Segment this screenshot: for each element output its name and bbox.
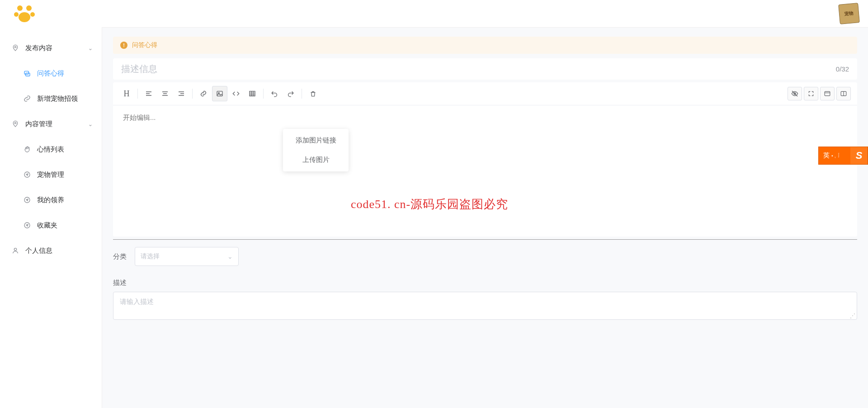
sidebar-item-label: 问答心得 bbox=[37, 69, 64, 78]
sidebar-item-label: 我的领养 bbox=[37, 196, 64, 204]
separator bbox=[192, 89, 193, 99]
sidebar-item-pets[interactable]: 宠物管理 bbox=[0, 162, 102, 187]
sidebar-item-new-pet[interactable]: 新增宠物招领 bbox=[0, 86, 102, 111]
editor-content[interactable]: 开始编辑... bbox=[113, 105, 857, 237]
dropdown-item-upload[interactable]: 上传图片 bbox=[283, 150, 349, 170]
sidebar-item-qa[interactable]: 问答心得 bbox=[0, 61, 102, 86]
sidebar-item-mood[interactable]: 心情列表 bbox=[0, 137, 102, 162]
svg-point-3 bbox=[30, 12, 35, 17]
chevron-up-icon: ⌃ bbox=[88, 45, 93, 51]
compass-icon bbox=[23, 222, 32, 229]
compass-icon bbox=[23, 196, 32, 204]
svg-point-1 bbox=[26, 5, 32, 11]
sidebar-item-label: 心情列表 bbox=[37, 145, 64, 154]
heading-button[interactable]: H bbox=[119, 86, 134, 101]
chevron-up-icon: ⌃ bbox=[88, 121, 93, 127]
code-button[interactable] bbox=[228, 86, 244, 101]
select-placeholder: 请选择 bbox=[141, 252, 160, 261]
svg-rect-17 bbox=[825, 91, 830, 95]
sidebar-item-fav[interactable]: 收藏夹 bbox=[0, 213, 102, 238]
align-center-button[interactable] bbox=[157, 86, 173, 101]
svg-rect-15 bbox=[250, 91, 255, 96]
undo-button[interactable] bbox=[267, 86, 282, 101]
separator bbox=[263, 89, 264, 99]
sidebar-group-publish[interactable]: 发布内容 ⌃ bbox=[0, 35, 102, 61]
image-button[interactable] bbox=[212, 86, 227, 101]
sidebar: 发布内容 ⌃ 问答心得 新增宠物招领 内容管理 ⌃ 心情列表 bbox=[0, 27, 102, 408]
chevron-down-icon: ⌄ bbox=[227, 253, 233, 260]
sidebar-item-profile[interactable]: 个人信息 bbox=[0, 238, 102, 263]
sidebar-item-adopt[interactable]: 我的领养 bbox=[0, 187, 102, 213]
sidebar-group-label: 发布内容 bbox=[25, 44, 52, 52]
read-mode-button[interactable] bbox=[820, 87, 835, 100]
alert-icon: ! bbox=[120, 42, 127, 49]
svg-point-10 bbox=[24, 197, 30, 203]
category-select[interactable]: 请选择 ⌄ bbox=[135, 247, 239, 266]
watermark-text: code51. cn-源码乐园盗图必究 bbox=[351, 196, 508, 212]
breadcrumb-label: 问答心得 bbox=[132, 41, 157, 49]
ime-floating-bar[interactable]: 英 • , ⸾ S bbox=[818, 147, 868, 165]
link-chain-icon bbox=[23, 95, 32, 102]
svg-point-8 bbox=[14, 122, 16, 123]
location-icon bbox=[11, 120, 20, 128]
image-dropdown: 添加图片链接 上传图片 bbox=[283, 129, 349, 171]
sidebar-group-label: 内容管理 bbox=[25, 120, 52, 128]
svg-point-12 bbox=[14, 248, 16, 251]
dropdown-item-link[interactable]: 添加图片链接 bbox=[283, 131, 349, 150]
align-left-button[interactable] bbox=[141, 86, 156, 101]
separator bbox=[137, 89, 138, 99]
editor-placeholder: 开始编辑... bbox=[123, 114, 156, 121]
sidebar-item-label: 收藏夹 bbox=[37, 221, 57, 230]
sidebar-group-manage[interactable]: 内容管理 ⌃ bbox=[0, 111, 102, 137]
separator bbox=[302, 89, 302, 99]
textarea-placeholder: 请输入描述 bbox=[120, 298, 154, 305]
svg-point-9 bbox=[24, 172, 30, 177]
svg-point-0 bbox=[17, 5, 23, 11]
hand-icon bbox=[23, 146, 32, 153]
trash-button[interactable] bbox=[305, 86, 321, 101]
svg-rect-13 bbox=[217, 91, 222, 96]
sidebar-item-label: 新增宠物招领 bbox=[37, 95, 78, 103]
editor-toolbar: H bbox=[113, 82, 857, 105]
main-content: ! 问答心得 0/32 H bbox=[102, 27, 868, 408]
breadcrumb-banner: ! 问答心得 bbox=[113, 37, 857, 54]
sidebar-item-label: 个人信息 bbox=[25, 247, 52, 255]
sidebar-item-label: 宠物管理 bbox=[37, 171, 64, 179]
svg-rect-6 bbox=[24, 71, 28, 74]
align-right-button[interactable] bbox=[174, 86, 189, 101]
header: 宠物 bbox=[0, 0, 868, 27]
fullscreen-button[interactable] bbox=[804, 87, 818, 100]
user-avatar[interactable]: 宠物 bbox=[838, 3, 860, 24]
category-label: 分类 bbox=[113, 252, 135, 261]
title-input[interactable] bbox=[121, 64, 836, 74]
location-icon bbox=[11, 44, 20, 52]
redo-button[interactable] bbox=[283, 86, 298, 101]
svg-point-2 bbox=[14, 12, 19, 17]
desc-textarea[interactable]: 请输入描述 bbox=[113, 292, 857, 320]
ime-sogou-icon[interactable]: S bbox=[850, 147, 868, 164]
split-button[interactable] bbox=[836, 87, 851, 100]
svg-point-5 bbox=[14, 46, 16, 47]
link-button[interactable] bbox=[196, 86, 211, 101]
rich-editor: H bbox=[113, 82, 857, 237]
divider bbox=[113, 239, 857, 240]
preview-button[interactable] bbox=[788, 87, 802, 100]
user-icon bbox=[11, 247, 20, 254]
table-button[interactable] bbox=[245, 86, 260, 101]
qa-icon bbox=[23, 70, 32, 77]
category-row: 分类 请选择 ⌄ bbox=[113, 247, 857, 266]
title-counter: 0/32 bbox=[836, 65, 849, 73]
title-row: 0/32 bbox=[113, 58, 857, 80]
logo-paw-icon[interactable] bbox=[14, 3, 35, 24]
svg-point-4 bbox=[19, 12, 30, 22]
desc-label: 描述 bbox=[113, 279, 857, 287]
ime-language-label[interactable]: 英 • , ⸾ bbox=[819, 152, 844, 160]
svg-point-11 bbox=[24, 223, 30, 228]
compass-icon bbox=[23, 171, 32, 178]
